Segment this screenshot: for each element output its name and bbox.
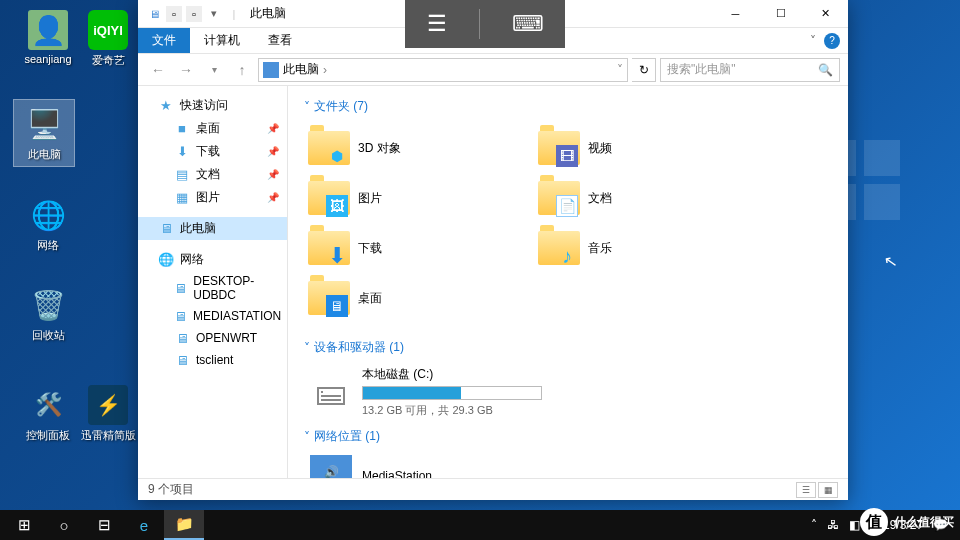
tray-network-icon[interactable]: 🖧 <box>827 518 839 532</box>
explorer-window: 🖥 ▫ ▫ ▾ | 此电脑 ─ ☐ ✕ 文件 计算机 查看 ˅ ? ← <box>138 0 848 500</box>
keyboard-icon[interactable]: ⌨ <box>500 11 556 37</box>
nas-icon: 🔊Synology <box>310 455 352 478</box>
folder-documents[interactable]: 📄文档 <box>534 173 764 223</box>
sidebar-item-thispc[interactable]: 🖥此电脑 <box>138 217 287 240</box>
folder-pictures[interactable]: 🖼图片 <box>304 173 534 223</box>
pc-small-icon: 🖥 <box>146 6 162 22</box>
close-button[interactable]: ✕ <box>803 0 848 28</box>
taskbar-explorer[interactable]: 📁 <box>164 510 204 540</box>
tray-ime-icon[interactable]: ◧ <box>849 518 860 532</box>
search-icon[interactable]: 🔍 <box>818 63 833 77</box>
sidebar-item-label: tsclient <box>196 353 233 367</box>
sidebar-item-label: 此电脑 <box>180 220 216 237</box>
computer-icon: 🖥 <box>174 280 187 296</box>
breadcrumb[interactable]: 此电脑 <box>283 61 319 78</box>
sidebar-item-pictures[interactable]: ▦图片📌 <box>138 186 287 209</box>
sidebar-item-downloads[interactable]: ⬇下载📌 <box>138 140 287 163</box>
sidebar-item-desktop[interactable]: ■桌面📌 <box>138 117 287 140</box>
sidebar-item-network-pc[interactable]: 🖥OPENWRT <box>138 327 287 349</box>
addr-dropdown-icon[interactable]: ˅ <box>617 63 623 77</box>
window-title: 此电脑 <box>250 5 286 22</box>
nav-back-button[interactable]: ← <box>146 58 170 82</box>
search-placeholder: 搜索"此电脑" <box>667 61 736 78</box>
group-devices[interactable]: ˅设备和驱动器 (1) <box>304 335 832 360</box>
group-network[interactable]: ˅网络位置 (1) <box>304 424 832 449</box>
tray-up-icon[interactable]: ˄ <box>811 518 817 532</box>
desktop-icon-recycle[interactable]: 🗑️ 回收站 <box>18 285 78 343</box>
sidebar-item-network-pc[interactable]: 🖥MEDIASTATION <box>138 305 287 327</box>
pin-icon: 📌 <box>267 169 279 180</box>
folder-desktop[interactable]: 🖥桌面 <box>304 273 534 323</box>
desktop-icon-iqiyi[interactable]: iQIYI 爱奇艺 <box>78 10 138 68</box>
chevron-down-icon: ˅ <box>304 430 310 444</box>
sidebar-item-network[interactable]: 🌐网络 <box>138 248 287 271</box>
folder-downloads[interactable]: ⬇下载 <box>304 223 534 273</box>
nav-up-button[interactable]: ↑ <box>230 58 254 82</box>
desktop-icon-control[interactable]: 🛠️ 控制面板 <box>18 385 78 443</box>
nav-recent-button[interactable]: ▾ <box>202 58 226 82</box>
desktop-icon: ■ <box>174 121 190 137</box>
minimize-button[interactable]: ─ <box>713 0 758 28</box>
view-details-button[interactable]: ☰ <box>796 482 816 498</box>
desktop-icon-user[interactable]: 👤 seanjiang <box>18 10 78 65</box>
refresh-button[interactable]: ↻ <box>632 58 656 82</box>
folder-music[interactable]: ♪音乐 <box>534 223 764 273</box>
desktop-icon-network[interactable]: 🌐 网络 <box>18 195 78 253</box>
cursor-icon: ↖ <box>882 251 898 272</box>
address-bar[interactable]: 此电脑 › ˅ <box>258 58 628 82</box>
pin-icon: 📌 <box>267 146 279 157</box>
taskview-button[interactable]: ⊟ <box>84 510 124 540</box>
view-icons-button[interactable]: ▦ <box>818 482 838 498</box>
desktop-icon-thunder[interactable]: ⚡ 迅雷精简版 <box>78 385 138 443</box>
folder-label: 视频 <box>588 140 612 157</box>
sidebar-item-label: 下载 <box>196 143 220 160</box>
sidebar-item-label: OPENWRT <box>196 331 257 345</box>
desktop-icon-label: 回收站 <box>18 328 78 343</box>
film-icon: 🎞 <box>556 145 578 167</box>
folder-label: 音乐 <box>588 240 612 257</box>
thunder-icon: ⚡ <box>88 385 128 425</box>
search-button[interactable]: ○ <box>44 510 84 540</box>
taskbar-ie[interactable]: e <box>124 510 164 540</box>
statusbar: 9 个项目 ☰ ▦ <box>138 478 848 500</box>
star-icon: ★ <box>158 98 174 114</box>
network-location[interactable]: 🔊Synology MediaStation <box>304 449 832 478</box>
computer-icon: 🖥 <box>174 352 190 368</box>
sidebar-item-network-pc[interactable]: 🖥tsclient <box>138 349 287 371</box>
qat-icon[interactable]: ▫ <box>166 6 182 22</box>
drive-c[interactable]: 🖴 本地磁盘 (C:) 13.2 GB 可用，共 29.3 GB <box>304 360 564 424</box>
sidebar-quick-access[interactable]: ★快速访问 <box>138 94 287 117</box>
start-button[interactable]: ⊞ <box>4 510 44 540</box>
ribbon-tab-file[interactable]: 文件 <box>138 28 190 53</box>
sidebar-item-label: MEDIASTATION <box>193 309 281 323</box>
desktop-icon-label: 此电脑 <box>18 147 70 162</box>
sidebar-item-label: 快速访问 <box>180 97 228 114</box>
ribbon-expand-icon[interactable]: ˅ <box>810 34 816 48</box>
help-icon[interactable]: ? <box>824 33 840 49</box>
qat-icons: 🖥 ▫ ▫ ▾ | <box>146 6 242 22</box>
desktop-icon-thispc[interactable]: 🖥️ 此电脑 <box>14 100 74 166</box>
nav-forward-button[interactable]: → <box>174 58 198 82</box>
group-folders[interactable]: ˅文件夹 (7) <box>304 94 832 119</box>
pin-icon: 📌 <box>267 192 279 203</box>
user-icon: 👤 <box>28 10 68 50</box>
ribbon-tab-computer[interactable]: 计算机 <box>190 28 254 53</box>
control-panel-icon: 🛠️ <box>28 385 68 425</box>
computer-icon: 🖥 <box>174 308 187 324</box>
watermark-icon: 值 <box>860 508 888 536</box>
qat-dropdown-icon[interactable]: ▾ <box>206 6 222 22</box>
ribbon-tab-view[interactable]: 查看 <box>254 28 306 53</box>
folder-3d-objects[interactable]: ⬢3D 对象 <box>304 123 534 173</box>
folder-videos[interactable]: 🎞视频 <box>534 123 764 173</box>
recycle-icon: 🗑️ <box>28 285 68 325</box>
search-input[interactable]: 搜索"此电脑" 🔍 <box>660 58 840 82</box>
qat-icon[interactable]: ▫ <box>186 6 202 22</box>
monitor-icon: 🖥 <box>326 295 348 317</box>
main-content: ˅文件夹 (7) ⬢3D 对象 🎞视频 🖼图片 📄文档 ⬇下载 ♪音乐 🖥桌面 … <box>288 86 848 478</box>
sidebar-item-documents[interactable]: ▤文档📌 <box>138 163 287 186</box>
sidebar-item-network-pc[interactable]: 🖥DESKTOP-UDBDC <box>138 271 287 305</box>
hamburger-icon[interactable]: ☰ <box>415 11 459 37</box>
maximize-button[interactable]: ☐ <box>758 0 803 28</box>
group-label: 设备和驱动器 (1) <box>314 339 404 356</box>
taskbar: ⊞ ○ ⊟ e 📁 ˄ 🖧 ◧ 2019/3/27 💬 <box>0 510 960 540</box>
